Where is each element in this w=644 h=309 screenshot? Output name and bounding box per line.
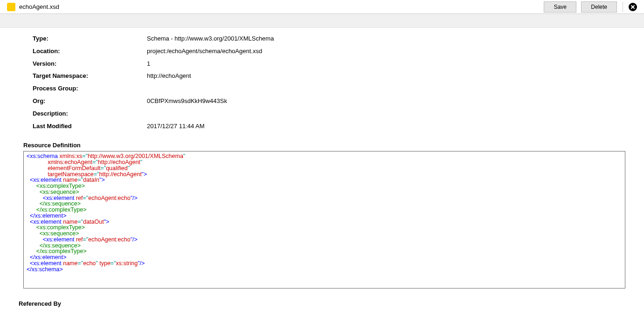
xml-token: type xyxy=(98,260,111,267)
delete-button[interactable]: Delete xyxy=(581,1,617,13)
xml-token: =" xyxy=(83,195,89,201)
prop-row: Last Modified 2017/12/27 11:44 AM xyxy=(33,120,611,133)
close-icon[interactable] xyxy=(629,3,637,11)
xml-token: "/> xyxy=(131,195,138,201)
content: Type: Schema - http://www.w3.org/2001/XM… xyxy=(0,28,644,309)
prop-row: Process Group: xyxy=(33,82,611,95)
prop-value: 0CBfPXmws9sdKkH9w443Sk xyxy=(147,96,227,106)
prop-value: project:/echoAgent/schema/echoAgent.xsd xyxy=(147,47,262,56)
prop-label: Type: xyxy=(33,34,147,44)
xml-token: xs:string xyxy=(116,260,138,267)
xml-token: "> xyxy=(99,177,105,183)
file-title: echoAgent.xsd xyxy=(19,3,59,10)
properties-section: Type: Schema - http://www.w3.org/2001/XM… xyxy=(19,28,625,139)
prop-value: 2017/12/27 11:44 AM xyxy=(147,122,205,131)
prop-row: Target Namespace: http://echoAgent xyxy=(33,70,611,82)
prop-label: Process Group: xyxy=(33,84,147,94)
xml-token: "> xyxy=(142,171,147,178)
prop-label: Version: xyxy=(33,59,147,69)
xml-token: echoAgent:echo xyxy=(88,195,130,201)
prop-value: Schema - http://www.w3.org/2001/XMLSchem… xyxy=(147,34,274,44)
xml-token: dataOut xyxy=(83,219,104,225)
file-icon xyxy=(7,3,15,11)
prop-row: Description: xyxy=(33,108,611,120)
resource-definition-heading: Resource Definition xyxy=(19,142,625,149)
xml-token: " xyxy=(140,159,142,165)
header-right: Save Delete xyxy=(544,1,637,13)
xml-token: "/> xyxy=(138,260,145,267)
toolbar-bg xyxy=(0,14,644,28)
xml-token: echo xyxy=(83,260,96,267)
prop-row: Location: project:/echoAgent/schema/echo… xyxy=(33,45,611,58)
header-bar: echoAgent.xsd Save Delete xyxy=(0,0,644,14)
xml-token: =" xyxy=(111,260,116,267)
divider xyxy=(623,2,623,12)
xml-token: "> xyxy=(104,219,110,225)
xml-token: =" xyxy=(83,236,89,243)
xml-token: http://echoAgent xyxy=(99,171,142,178)
xml-token: name xyxy=(62,260,78,267)
prop-row: Version: 1 xyxy=(33,58,611,70)
resource-definition-code[interactable]: <xs:schema xmlns:xs="http://www.w3.org/2… xyxy=(23,151,625,288)
prop-value: 1 xyxy=(147,59,150,69)
prop-label: Target Namespace: xyxy=(33,71,147,81)
prop-label: Location: xyxy=(33,47,147,56)
referenced-by-heading: Referenced By xyxy=(19,300,625,307)
xml-token: =" xyxy=(77,260,83,267)
prop-value: http://echoAgent xyxy=(147,71,191,81)
xml-token: </xs:schema> xyxy=(27,266,63,273)
xml-token: " xyxy=(183,153,185,159)
prop-label: Org: xyxy=(33,96,147,106)
prop-label: Last Modified xyxy=(33,122,147,131)
xml-token: "/> xyxy=(131,236,138,243)
save-button[interactable]: Save xyxy=(544,1,576,13)
xml-token: dataIn xyxy=(83,177,99,183)
prop-row: Type: Schema - http://www.w3.org/2001/XM… xyxy=(33,33,611,45)
header-left: echoAgent.xsd xyxy=(7,3,59,11)
prop-label: Description: xyxy=(33,109,147,119)
xml-token: echoAgent:echo xyxy=(88,236,130,243)
prop-row: Org: 0CBfPXmws9sdKkH9w443Sk xyxy=(33,95,611,108)
